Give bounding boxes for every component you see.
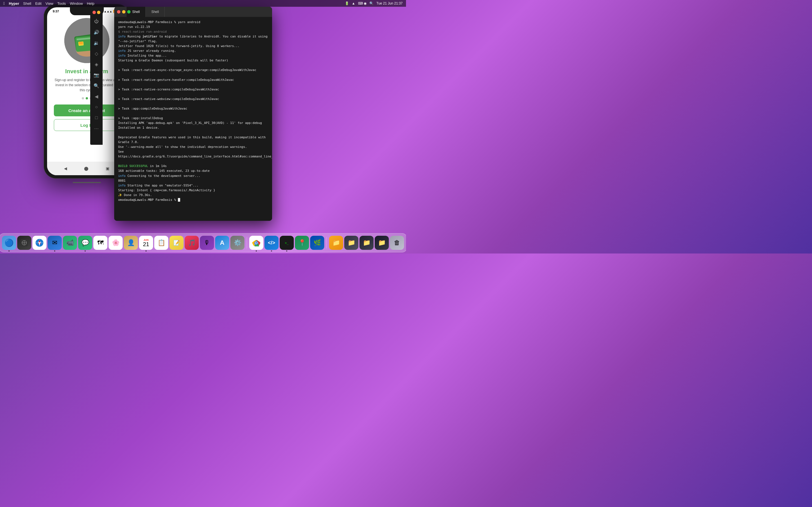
dock-folder-downloads[interactable]: 📁 bbox=[329, 236, 343, 250]
term-port: 8081 bbox=[118, 178, 268, 183]
terminal-minimize-btn[interactable] bbox=[122, 10, 125, 13]
dock-folder-dark3[interactable]: 📁 bbox=[375, 236, 389, 250]
dock-notes[interactable]: 📝 bbox=[169, 236, 184, 250]
recents-btn[interactable]: □ bbox=[91, 113, 101, 123]
term-blank-4 bbox=[118, 92, 268, 97]
search-icon[interactable]: 🔍 bbox=[369, 1, 373, 5]
recents-nav-btn[interactable]: ▣ bbox=[106, 166, 109, 171]
term-blank-3 bbox=[118, 82, 268, 87]
dock-appstore[interactable]: A bbox=[215, 236, 229, 250]
term-starting: info Starting the app on "emulator-5554"… bbox=[118, 183, 268, 188]
terminal-tabs: Shell Shell bbox=[114, 7, 272, 17]
close-button[interactable] bbox=[93, 11, 96, 14]
menubar-app-name[interactable]: Hyper bbox=[9, 1, 19, 6]
dock-reminders[interactable]: 📋 bbox=[154, 236, 168, 250]
terminal-close-btn[interactable] bbox=[117, 10, 120, 13]
dock-facetime[interactable]: 📹 bbox=[63, 236, 77, 250]
menubar-help[interactable]: Help bbox=[87, 1, 94, 6]
hyper-traffic-lights bbox=[90, 9, 103, 16]
term-blank-8 bbox=[118, 159, 268, 164]
dock-sourcetree[interactable]: 🌿 bbox=[310, 236, 324, 250]
volume-up-btn[interactable]: 🔊 bbox=[91, 27, 101, 37]
power-btn[interactable]: ⏻ bbox=[91, 16, 101, 26]
terminal-window: Shell Shell omodauda@Lawals-MBP FarmOasi… bbox=[114, 7, 272, 221]
create-account-button[interactable]: Create an account bbox=[54, 105, 119, 116]
back-btn[interactable]: ◀ bbox=[91, 91, 101, 101]
back-nav-btn[interactable]: ◀ bbox=[64, 166, 67, 171]
more-btn[interactable]: ⋯ bbox=[91, 123, 101, 133]
zoom-btn[interactable]: 🔍 bbox=[91, 80, 101, 91]
dock-folder-dark1[interactable]: 📁 bbox=[344, 236, 358, 250]
menubar:  Hyper Shell Edit View Tools Window Hel… bbox=[0, 0, 406, 7]
menubar-edit[interactable]: Edit bbox=[35, 1, 42, 6]
svg-point-22 bbox=[256, 242, 257, 244]
apple-menu[interactable]:  bbox=[3, 1, 5, 6]
dock-folder-dark2[interactable]: 📁 bbox=[359, 236, 373, 250]
battery-icon: 🔋 bbox=[345, 1, 349, 5]
phone-app-description: Sign-up and register to be able to view … bbox=[54, 77, 119, 93]
dock-maps2[interactable]: 📍 bbox=[295, 236, 309, 250]
term-tasks-count: 168 actionable tasks: 145 executed, 23 u… bbox=[118, 168, 268, 173]
term-connecting: info Connecting to the development serve… bbox=[118, 173, 268, 178]
terminal-body[interactable]: omodauda@Lawals-MBP FarmOasis % yarn and… bbox=[114, 17, 272, 221]
menubar-view[interactable]: View bbox=[45, 1, 53, 6]
login-button[interactable]: Log In bbox=[54, 119, 119, 131]
terminal-titlebar: Shell Shell bbox=[114, 7, 272, 17]
clock: Tue 21 Jun 21:37 bbox=[376, 1, 403, 5]
dock-system-preferences[interactable]: ⚙️ bbox=[231, 236, 245, 250]
term-line-install: Installing APK 'app-debug.apk' on 'Pixel… bbox=[118, 121, 268, 125]
hyper-sidebar: ⏻ 🔊 🔉 ◇ ◈ 📷 🔍 ◀ ○ □ ⋯ bbox=[90, 7, 103, 145]
terminal-traffic-lights bbox=[117, 10, 131, 13]
tag1-btn[interactable]: ◇ bbox=[91, 48, 101, 59]
term-line-3: $ react-native run-android bbox=[118, 29, 268, 34]
dock-maps[interactable]: 🗺 bbox=[93, 236, 107, 250]
term-blank-6 bbox=[118, 111, 268, 116]
camera-btn[interactable]: 📷 bbox=[91, 70, 101, 80]
menubar-shell[interactable]: Shell bbox=[23, 1, 31, 6]
svg-rect-7 bbox=[79, 42, 83, 45]
term-deprecated3: See https://docs.gradle.org/6.7/userguid… bbox=[118, 149, 268, 159]
dock-contacts[interactable]: 👤 bbox=[124, 236, 138, 250]
term-line-2: yarn run v1.22.19 bbox=[118, 24, 268, 29]
dock: 🔵 ✉ 📹 💬 🗺 🌸 👤 JUN 21 📋 📝 🎵 🎙 A ⚙ bbox=[0, 233, 406, 252]
volume-down-btn[interactable]: 🔉 bbox=[91, 38, 101, 48]
dock-chrome[interactable] bbox=[249, 236, 263, 250]
home-nav-btn[interactable]: ⬤ bbox=[84, 166, 89, 171]
dot-2 bbox=[86, 97, 88, 100]
terminal-tab-2[interactable]: Shell bbox=[146, 7, 165, 17]
term-done: ✨ Done in 79.36s. bbox=[118, 193, 268, 198]
term-task-3: > Task :react-native-screens:compileDebu… bbox=[118, 87, 268, 92]
term-line-installed: Installed on 1 device. bbox=[118, 125, 268, 130]
term-build-success: BUILD SUCCESSFUL in 1m 14s bbox=[118, 164, 268, 168]
menu-extras: ⌨ ◉ bbox=[358, 1, 366, 5]
term-blank-2 bbox=[118, 73, 268, 77]
dock-vscode[interactable]: </> bbox=[264, 236, 278, 250]
terminal-maximize-btn[interactable] bbox=[127, 10, 131, 13]
dock-finder[interactable]: 🔵 bbox=[2, 236, 16, 250]
dock-music[interactable]: 🎵 bbox=[185, 236, 199, 250]
dock-messages[interactable]: 💬 bbox=[78, 236, 92, 250]
dock-mail[interactable]: ✉ bbox=[48, 236, 62, 250]
menubar-window[interactable]: Window bbox=[70, 1, 83, 6]
term-task-1: > Task :react-native-async-storage_async… bbox=[118, 68, 268, 72]
dock-terminal[interactable]: >_ bbox=[280, 236, 294, 250]
dock-safari[interactable] bbox=[33, 236, 47, 250]
dock-photos[interactable]: 🌸 bbox=[109, 236, 123, 250]
dock-podcasts[interactable]: 🎙 bbox=[200, 236, 214, 250]
home-btn[interactable]: ○ bbox=[91, 102, 101, 112]
dock-separator-2 bbox=[326, 237, 327, 248]
dock-trash[interactable]: 🗑 bbox=[390, 236, 404, 250]
dock-calendar[interactable]: JUN 21 bbox=[139, 236, 153, 250]
term-line-1: omodauda@Lawals-MBP FarmOasis % yarn and… bbox=[118, 20, 268, 24]
menubar-right: 🔋 ▲ ⌨ ◉ 🔍 Tue 21 Jun 21:37 bbox=[345, 1, 403, 5]
dock-launchpad[interactable] bbox=[17, 236, 31, 250]
minimize-button[interactable] bbox=[97, 11, 100, 14]
tag2-btn[interactable]: ◈ bbox=[91, 59, 101, 69]
dock-separator bbox=[247, 237, 247, 248]
menubar-tools[interactable]: Tools bbox=[57, 1, 66, 6]
term-task-6: > Task :app:installDebug bbox=[118, 116, 268, 121]
term-deprecated1: Deprecated Gradle features were used in … bbox=[118, 135, 268, 145]
term-prompt-end: omodauda@Lawals-MBP FarmOasis % bbox=[118, 198, 268, 202]
term-blank-7 bbox=[118, 130, 268, 135]
term-task-4: > Task :react-native-webview:compileDebu… bbox=[118, 97, 268, 101]
